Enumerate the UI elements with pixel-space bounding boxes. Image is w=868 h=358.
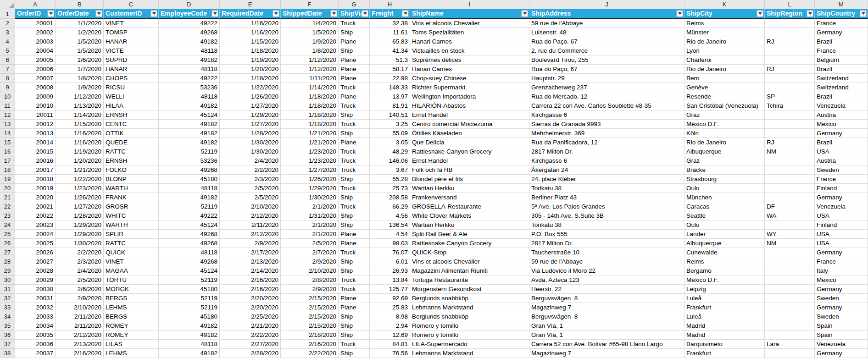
cell-L20[interactable] xyxy=(765,184,815,193)
cell-G9[interactable]: Truck xyxy=(339,83,370,92)
cell-K4[interactable]: Rio de Janeiro xyxy=(684,37,765,46)
cell-L16[interactable]: NM xyxy=(765,147,815,156)
cell-E27[interactable]: 2/17/2020 xyxy=(220,248,281,257)
cell-I27[interactable]: QUICK-Stop xyxy=(410,248,529,257)
cell-A10[interactable]: 20009 xyxy=(15,92,56,101)
cell-C17[interactable]: ERNSH xyxy=(104,156,159,165)
filter-button-shipname[interactable] xyxy=(521,10,528,17)
cell-I35[interactable]: Romero y tomillo xyxy=(410,321,529,330)
cell-A20[interactable]: 20019 xyxy=(15,184,56,193)
header-cell-shippeddate[interactable]: ShippedDate xyxy=(281,9,339,19)
cell-D36[interactable]: 49182 xyxy=(159,330,220,340)
cell-C27[interactable]: QUICK xyxy=(104,248,159,257)
cell-E5[interactable]: 1/18/2020 xyxy=(220,46,281,55)
column-letter-H[interactable]: H xyxy=(370,0,410,9)
cell-M20[interactable]: Finland xyxy=(815,184,868,193)
cell-E9[interactable]: 1/22/2020 xyxy=(220,83,281,92)
cell-I24[interactable]: Wartian Herkku xyxy=(410,220,529,230)
cell-G27[interactable]: Truck xyxy=(339,248,370,257)
cell-A38[interactable]: 20037 xyxy=(15,349,56,358)
cell-D37[interactable]: 48118 xyxy=(159,340,220,349)
cell-L29[interactable] xyxy=(765,266,815,275)
cell-I32[interactable]: Berglunds snabbköp xyxy=(410,294,529,303)
cell-I26[interactable]: Rattlesnake Canyon Grocery xyxy=(410,239,529,248)
cell-K8[interactable]: Bern xyxy=(684,74,765,83)
row-number-15[interactable]: 15 xyxy=(0,138,15,147)
cell-D3[interactable]: 49268 xyxy=(159,28,220,37)
cell-L37[interactable]: Lara xyxy=(765,340,815,349)
cell-M19[interactable]: France xyxy=(815,175,868,184)
cell-K29[interactable]: Bergamo xyxy=(684,266,765,275)
cell-H26[interactable]: 98.03 xyxy=(370,239,410,248)
cell-M30[interactable]: Mexico xyxy=(815,275,868,285)
cell-H8[interactable]: 22.98 xyxy=(370,74,410,83)
cell-D25[interactable]: 49268 xyxy=(159,230,220,239)
cell-J10[interactable]: Rua do Mercado, 12 xyxy=(529,92,684,101)
cell-F2[interactable]: 1/4/2020 xyxy=(281,19,339,28)
cell-A11[interactable]: 20010 xyxy=(15,101,56,110)
cell-E7[interactable]: 1/20/2020 xyxy=(220,65,281,74)
cell-H37[interactable]: 84.81 xyxy=(370,340,410,349)
cell-K24[interactable]: Oulu xyxy=(684,220,765,230)
cell-C16[interactable]: RATTC xyxy=(104,147,159,156)
cell-G26[interactable]: Plane xyxy=(339,239,370,248)
cell-I18[interactable]: Folk och fä HB xyxy=(410,165,529,175)
cell-K21[interactable]: München xyxy=(684,193,765,202)
cell-G34[interactable]: Ship xyxy=(339,312,370,321)
cell-E30[interactable]: 2/16/2020 xyxy=(220,275,281,285)
cell-H28[interactable]: 6.01 xyxy=(370,257,410,266)
header-cell-shipaddress[interactable]: ShipAddress xyxy=(529,9,684,19)
cell-G20[interactable]: Truck xyxy=(339,184,370,193)
cell-G4[interactable]: Plane xyxy=(339,37,370,46)
cell-K38[interactable]: Frankfurt xyxy=(684,349,765,358)
cell-C6[interactable]: SUPRD xyxy=(104,55,159,65)
cell-G11[interactable]: Truck xyxy=(339,101,370,110)
cell-A12[interactable]: 20011 xyxy=(15,110,56,120)
cell-H22[interactable]: 66.29 xyxy=(370,202,410,211)
cell-C33[interactable]: LEHMS xyxy=(104,303,159,312)
cell-I7[interactable]: Hanari Carnes xyxy=(410,65,529,74)
cell-D30[interactable]: 52119 xyxy=(159,275,220,285)
filter-button-freight[interactable] xyxy=(402,10,409,17)
cell-D9[interactable]: 53236 xyxy=(159,83,220,92)
header-cell-shipcountry[interactable]: ShipCountry xyxy=(815,9,868,19)
cell-D8[interactable]: 49222 xyxy=(159,74,220,83)
column-letter-F[interactable]: F xyxy=(281,0,339,9)
cell-A14[interactable]: 20013 xyxy=(15,129,56,138)
cell-H11[interactable]: 81.91 xyxy=(370,101,410,110)
header-cell-shipregion[interactable]: ShipRegion xyxy=(765,9,815,19)
cell-E26[interactable]: 2/9/2020 xyxy=(220,239,281,248)
cell-G23[interactable]: Ship xyxy=(339,211,370,220)
cell-D12[interactable]: 45124 xyxy=(159,110,220,120)
cell-B24[interactable]: 1/29/2020 xyxy=(56,220,104,230)
cell-D20[interactable]: 48118 xyxy=(159,184,220,193)
cell-A30[interactable]: 20029 xyxy=(15,275,56,285)
cell-F31[interactable]: 2/9/2020 xyxy=(281,285,339,294)
column-letter-C[interactable]: C xyxy=(104,0,159,9)
cell-A9[interactable]: 20008 xyxy=(15,83,56,92)
cell-M23[interactable]: USA xyxy=(815,211,868,220)
cell-J34[interactable]: Berguvsvägen 8 xyxy=(529,312,684,321)
column-letter-M[interactable]: M xyxy=(815,0,868,9)
cell-J14[interactable]: Mehrheimerstr. 369 xyxy=(529,129,684,138)
cell-J17[interactable]: Kirchgasse 6 xyxy=(529,156,684,165)
cell-B30[interactable]: 2/5/2020 xyxy=(56,275,104,285)
cell-C20[interactable]: WARTH xyxy=(104,184,159,193)
cell-L3[interactable] xyxy=(765,28,815,37)
cell-H6[interactable]: 51.3 xyxy=(370,55,410,65)
cell-H5[interactable]: 41.34 xyxy=(370,46,410,55)
cell-B4[interactable]: 1/5/2020 xyxy=(56,37,104,46)
cell-A3[interactable]: 20002 xyxy=(15,28,56,37)
cell-H29[interactable]: 26.93 xyxy=(370,266,410,275)
cell-E18[interactable]: 2/2/2020 xyxy=(220,165,281,175)
cell-C30[interactable]: TORTU xyxy=(104,275,159,285)
cell-B27[interactable]: 2/2/2020 xyxy=(56,248,104,257)
cell-I10[interactable]: Wellington Importadora xyxy=(410,92,529,101)
cell-F38[interactable]: 2/22/2020 xyxy=(281,349,339,358)
cell-F13[interactable]: 1/18/2020 xyxy=(281,120,339,129)
cell-L19[interactable] xyxy=(765,175,815,184)
cell-I36[interactable]: Romero y tomillo xyxy=(410,330,529,340)
cell-F3[interactable]: 1/5/2020 xyxy=(281,28,339,37)
cell-J8[interactable]: Hauptstr. 29 xyxy=(529,74,684,83)
cell-I2[interactable]: Vins et alcools Chevalier xyxy=(410,19,529,28)
